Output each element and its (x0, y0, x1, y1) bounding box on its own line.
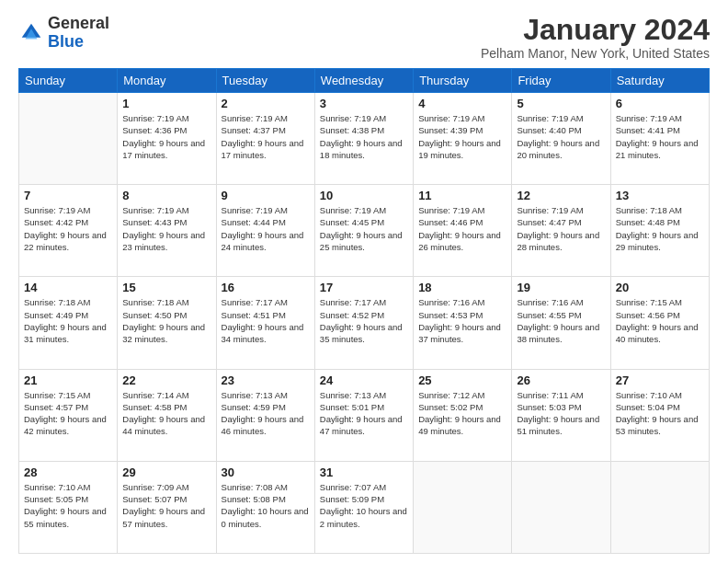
day-info: Sunrise: 7:16 AMSunset: 4:53 PMDaylight:… (418, 296, 506, 345)
day-info: Sunrise: 7:18 AMSunset: 4:48 PMDaylight:… (616, 204, 704, 253)
calendar-cell: 28Sunrise: 7:10 AMSunset: 5:05 PMDayligh… (19, 461, 118, 553)
day-number: 28 (24, 465, 112, 479)
calendar-cell: 10Sunrise: 7:19 AMSunset: 4:45 PMDayligh… (314, 185, 413, 277)
day-number: 21 (24, 373, 112, 387)
day-number: 27 (616, 373, 704, 387)
calendar-cell: 29Sunrise: 7:09 AMSunset: 5:07 PMDayligh… (118, 461, 216, 553)
day-info: Sunrise: 7:19 AMSunset: 4:40 PMDaylight:… (517, 112, 605, 161)
day-info: Sunrise: 7:19 AMSunset: 4:37 PMDaylight:… (222, 112, 310, 161)
calendar-cell: 4Sunrise: 7:19 AMSunset: 4:39 PMDaylight… (414, 93, 512, 185)
day-info: Sunrise: 7:19 AMSunset: 4:47 PMDaylight:… (517, 204, 605, 253)
month-title: January 2024 (481, 15, 710, 44)
calendar-cell: 24Sunrise: 7:13 AMSunset: 5:01 PMDayligh… (314, 369, 413, 461)
calendar-cell: 26Sunrise: 7:11 AMSunset: 5:03 PMDayligh… (512, 369, 610, 461)
col-thursday: Thursday (414, 69, 512, 93)
day-info: Sunrise: 7:10 AMSunset: 5:04 PMDaylight:… (616, 389, 704, 438)
calendar-cell: 6Sunrise: 7:19 AMSunset: 4:41 PMDaylight… (610, 93, 709, 185)
day-number: 20 (616, 281, 704, 294)
day-info: Sunrise: 7:19 AMSunset: 4:46 PMDaylight:… (418, 204, 506, 253)
day-info: Sunrise: 7:19 AMSunset: 4:44 PMDaylight:… (222, 204, 310, 253)
calendar-cell: 21Sunrise: 7:15 AMSunset: 4:57 PMDayligh… (19, 369, 118, 461)
calendar-cell: 23Sunrise: 7:13 AMSunset: 4:59 PMDayligh… (216, 369, 314, 461)
day-number: 4 (418, 97, 506, 110)
calendar-cell: 19Sunrise: 7:16 AMSunset: 4:55 PMDayligh… (512, 277, 610, 369)
day-number: 26 (517, 373, 605, 387)
day-number: 5 (517, 97, 605, 110)
day-info: Sunrise: 7:12 AMSunset: 5:02 PMDaylight:… (418, 389, 506, 438)
day-info: Sunrise: 7:07 AMSunset: 5:09 PMDaylight:… (320, 481, 408, 530)
day-info: Sunrise: 7:17 AMSunset: 4:51 PMDaylight:… (222, 296, 310, 345)
calendar-cell: 5Sunrise: 7:19 AMSunset: 4:40 PMDaylight… (512, 93, 610, 185)
day-info: Sunrise: 7:19 AMSunset: 4:38 PMDaylight:… (320, 112, 408, 161)
day-number: 13 (616, 189, 704, 202)
day-number: 18 (418, 281, 506, 294)
calendar-week-4: 28Sunrise: 7:10 AMSunset: 5:05 PMDayligh… (19, 461, 710, 553)
day-number: 6 (616, 97, 704, 110)
day-number: 15 (122, 281, 210, 294)
col-monday: Monday (118, 69, 216, 93)
calendar-cell (19, 93, 118, 185)
calendar-cell: 11Sunrise: 7:19 AMSunset: 4:46 PMDayligh… (414, 185, 512, 277)
day-number: 11 (418, 189, 506, 202)
calendar-cell: 1Sunrise: 7:19 AMSunset: 4:36 PMDaylight… (118, 93, 216, 185)
day-number: 8 (122, 189, 210, 202)
header: General Blue January 2024 Pelham Manor, … (18, 15, 710, 61)
day-info: Sunrise: 7:16 AMSunset: 4:55 PMDaylight:… (517, 296, 605, 345)
location: Pelham Manor, New York, United States (481, 46, 710, 61)
calendar-cell (512, 461, 610, 553)
day-number: 10 (320, 189, 408, 202)
calendar-header-row: Sunday Monday Tuesday Wednesday Thursday… (19, 69, 710, 93)
day-info: Sunrise: 7:18 AMSunset: 4:49 PMDaylight:… (24, 296, 112, 345)
col-wednesday: Wednesday (314, 69, 413, 93)
calendar-cell: 14Sunrise: 7:18 AMSunset: 4:49 PMDayligh… (19, 277, 118, 369)
day-info: Sunrise: 7:15 AMSunset: 4:57 PMDaylight:… (24, 389, 112, 438)
day-number: 23 (222, 373, 310, 387)
day-number: 1 (122, 97, 210, 110)
day-info: Sunrise: 7:15 AMSunset: 4:56 PMDaylight:… (616, 296, 704, 345)
day-info: Sunrise: 7:13 AMSunset: 5:01 PMDaylight:… (320, 389, 408, 438)
calendar-cell: 16Sunrise: 7:17 AMSunset: 4:51 PMDayligh… (216, 277, 314, 369)
day-number: 30 (222, 465, 310, 479)
day-info: Sunrise: 7:19 AMSunset: 4:43 PMDaylight:… (122, 204, 210, 253)
calendar-cell: 15Sunrise: 7:18 AMSunset: 4:50 PMDayligh… (118, 277, 216, 369)
day-number: 25 (418, 373, 506, 387)
calendar-cell: 9Sunrise: 7:19 AMSunset: 4:44 PMDaylight… (216, 185, 314, 277)
day-number: 2 (222, 97, 310, 110)
day-info: Sunrise: 7:14 AMSunset: 4:58 PMDaylight:… (122, 389, 210, 438)
col-tuesday: Tuesday (216, 69, 314, 93)
day-info: Sunrise: 7:08 AMSunset: 5:08 PMDaylight:… (222, 481, 310, 530)
calendar-cell: 3Sunrise: 7:19 AMSunset: 4:38 PMDaylight… (314, 93, 413, 185)
logo: General Blue (18, 15, 109, 52)
day-number: 22 (122, 373, 210, 387)
day-info: Sunrise: 7:11 AMSunset: 5:03 PMDaylight:… (517, 389, 605, 438)
calendar-cell: 27Sunrise: 7:10 AMSunset: 5:04 PMDayligh… (610, 369, 709, 461)
day-info: Sunrise: 7:19 AMSunset: 4:39 PMDaylight:… (418, 112, 506, 161)
day-info: Sunrise: 7:19 AMSunset: 4:45 PMDaylight:… (320, 204, 408, 253)
calendar-cell: 8Sunrise: 7:19 AMSunset: 4:43 PMDaylight… (118, 185, 216, 277)
logo-general: General (48, 14, 109, 32)
calendar-cell: 18Sunrise: 7:16 AMSunset: 4:53 PMDayligh… (414, 277, 512, 369)
calendar-cell: 25Sunrise: 7:12 AMSunset: 5:02 PMDayligh… (414, 369, 512, 461)
calendar-week-3: 21Sunrise: 7:15 AMSunset: 4:57 PMDayligh… (19, 369, 710, 461)
calendar-cell (414, 461, 512, 553)
calendar-cell: 13Sunrise: 7:18 AMSunset: 4:48 PMDayligh… (610, 185, 709, 277)
day-info: Sunrise: 7:09 AMSunset: 5:07 PMDaylight:… (122, 481, 210, 530)
calendar-week-0: 1Sunrise: 7:19 AMSunset: 4:36 PMDaylight… (19, 93, 710, 185)
day-number: 9 (222, 189, 310, 202)
calendar-week-1: 7Sunrise: 7:19 AMSunset: 4:42 PMDaylight… (19, 185, 710, 277)
day-number: 7 (24, 189, 112, 202)
calendar-cell: 7Sunrise: 7:19 AMSunset: 4:42 PMDaylight… (19, 185, 118, 277)
day-number: 14 (24, 281, 112, 294)
day-info: Sunrise: 7:19 AMSunset: 4:42 PMDaylight:… (24, 204, 112, 253)
day-info: Sunrise: 7:13 AMSunset: 4:59 PMDaylight:… (222, 389, 310, 438)
calendar-week-2: 14Sunrise: 7:18 AMSunset: 4:49 PMDayligh… (19, 277, 710, 369)
day-number: 17 (320, 281, 408, 294)
calendar-cell: 12Sunrise: 7:19 AMSunset: 4:47 PMDayligh… (512, 185, 610, 277)
day-number: 24 (320, 373, 408, 387)
day-info: Sunrise: 7:17 AMSunset: 4:52 PMDaylight:… (320, 296, 408, 345)
page: General Blue January 2024 Pelham Manor, … (0, 0, 728, 563)
day-number: 3 (320, 97, 408, 110)
title-block: January 2024 Pelham Manor, New York, Uni… (481, 15, 710, 61)
day-number: 12 (517, 189, 605, 202)
day-number: 19 (517, 281, 605, 294)
